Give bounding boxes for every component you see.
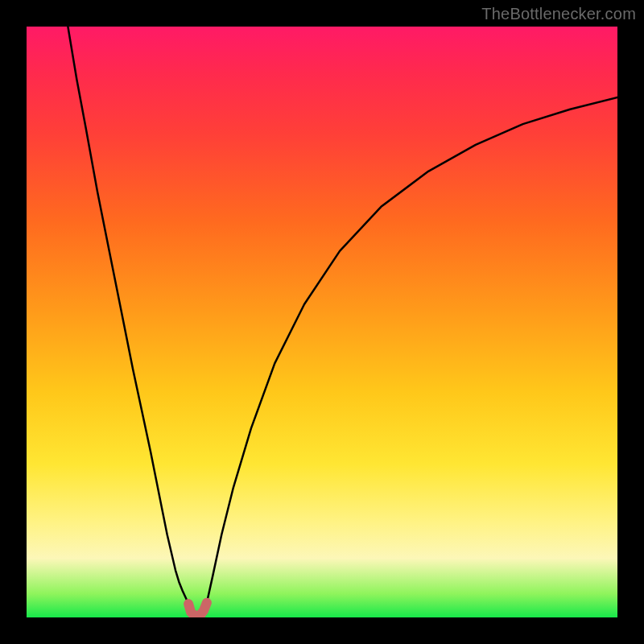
series-valley-floor <box>188 603 207 616</box>
series-right-branch <box>207 97 617 603</box>
curve-svg <box>27 27 617 617</box>
series-group <box>68 27 617 616</box>
plot-area <box>27 27 617 617</box>
watermark-text: TheBottlenecker.com <box>481 5 636 23</box>
chart-frame: TheBottlenecker.com <box>0 0 644 644</box>
series-left-branch <box>68 27 188 604</box>
